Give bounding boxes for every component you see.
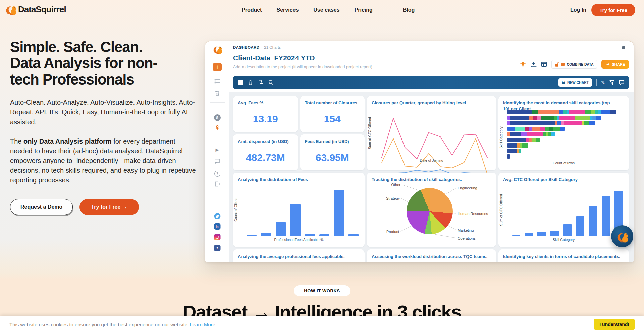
kpi-card: Amt. dispensed (in USD)482.73M bbox=[233, 134, 298, 171]
dashboard-toolbar: NEW CHART ✎ bbox=[233, 76, 629, 89]
select-all-icon bbox=[238, 80, 243, 85]
add-icon: + bbox=[213, 63, 222, 71]
stacked-bar-row bbox=[507, 127, 565, 131]
brand-name: DataSquirrel bbox=[18, 4, 66, 15]
export-report-icon bbox=[258, 80, 263, 86]
bar bbox=[525, 233, 533, 236]
bar bbox=[512, 235, 520, 236]
kpi-label: Fees Earned (in USD) bbox=[305, 138, 360, 145]
hero-heading-line3: tech Professionals bbox=[10, 71, 200, 88]
chart-title: Analyzing the distribution of Fees bbox=[238, 177, 360, 183]
stacked-bar-chart-card: Identifying the most in-demand skill cat… bbox=[498, 96, 629, 170]
sidebar-divider bbox=[210, 102, 225, 103]
hero-section: Simple. Safe. Clean. Data Analysis for n… bbox=[10, 39, 200, 215]
edit-pen-icon: ✎ bbox=[601, 80, 605, 85]
cookie-accept-button[interactable]: I understand! bbox=[594, 319, 635, 330]
search-icon bbox=[268, 80, 274, 85]
bar bbox=[319, 234, 329, 236]
project-description-placeholder: Add a description to the project (it wil… bbox=[233, 65, 372, 69]
try-for-free-hero-button[interactable]: Try for Free → bbox=[79, 199, 139, 215]
table-view-icon bbox=[541, 61, 547, 67]
nav-link-use-cases[interactable]: Use cases bbox=[313, 7, 339, 13]
rocket-icon bbox=[214, 124, 220, 131]
chart-title: Closures per Quarter, grouped by Hiring … bbox=[372, 100, 491, 106]
y-axis-label: Skill Category bbox=[499, 127, 503, 149]
pie-label: Other bbox=[391, 183, 400, 187]
kpi-value: 13.19 bbox=[233, 113, 298, 125]
partial-chart-card: Assessing the workload distribution acro… bbox=[367, 249, 496, 262]
combine-data-button: COMBINE DATA bbox=[551, 60, 597, 69]
pie-chart-card: Tracking the distribution of skill categ… bbox=[367, 173, 496, 247]
stacked-bar-row bbox=[507, 132, 555, 136]
nav-link-blog[interactable]: Blog bbox=[403, 7, 415, 13]
nav-link-pricing[interactable]: Pricing bbox=[355, 7, 373, 13]
login-link[interactable]: Log In bbox=[570, 0, 586, 20]
how-it-works-pill: HOW IT WORKS bbox=[294, 285, 350, 296]
request-demo-button[interactable]: Request a Demo bbox=[10, 199, 73, 215]
x-axis-label: Count of rows bbox=[498, 161, 629, 165]
help-icon: ? bbox=[214, 171, 220, 177]
bar bbox=[261, 233, 271, 236]
y-axis-label: Count of Client bbox=[234, 198, 238, 221]
chart-title: Identifying key clients in terms of cand… bbox=[503, 254, 624, 260]
pie-circle bbox=[407, 188, 453, 234]
play-icon: ▶ bbox=[216, 147, 219, 152]
kpi-card: Avg. Fees %13.19 bbox=[233, 96, 298, 132]
hero-heading-line2: Data Analysis for non- bbox=[10, 55, 200, 71]
y-axis-label: Sum of CTC Offered bbox=[499, 194, 503, 226]
line-chart-card: Closures per Quarter, grouped by Hiring … bbox=[367, 96, 496, 170]
kpi-grid: Avg. Fees %13.19Total number of Closures… bbox=[233, 96, 365, 170]
stacked-bar-row bbox=[507, 116, 601, 120]
pie-label: Strategy bbox=[386, 196, 400, 200]
dashboard-content: Avg. Fees %13.19Total number of Closures… bbox=[229, 92, 634, 262]
download-icon bbox=[531, 61, 537, 67]
bar bbox=[537, 232, 546, 236]
bar bbox=[550, 231, 559, 236]
new-chart-icon bbox=[562, 81, 565, 84]
bar bbox=[563, 224, 572, 236]
x-axis-label: Professional Fees Applicable % bbox=[233, 238, 365, 242]
instagram-icon bbox=[214, 234, 220, 240]
hero-paragraph-1: Auto-Clean. Auto-Analyze. Auto-Visualize… bbox=[10, 98, 200, 127]
hero-buttons: Request a Demo Try for Free → bbox=[10, 199, 200, 215]
pie-label: Marketing bbox=[458, 228, 474, 232]
toolbar-divider bbox=[596, 79, 597, 86]
stacked-bar-row bbox=[507, 121, 595, 125]
pie-label: Operations bbox=[458, 236, 476, 240]
try-for-free-nav-button[interactable]: Try for Free bbox=[591, 4, 635, 16]
nav-links: Product Services Use cases Pricing Blog bbox=[241, 0, 415, 20]
x-axis-label: Skill Category bbox=[498, 238, 629, 242]
bars bbox=[247, 189, 359, 236]
cookie-banner: This website uses cookies to ensure you … bbox=[0, 316, 644, 333]
cookie-text: This website uses cookies to ensure you … bbox=[9, 322, 187, 327]
chart-title: Avg. CTC Offered per Skill Category bbox=[503, 177, 624, 183]
share-button: SHARE bbox=[601, 60, 629, 69]
y-axis-label: Sum of CTC Offered bbox=[368, 117, 372, 149]
toolbar-trash-icon bbox=[248, 80, 253, 85]
cookie-learn-more-link[interactable]: Learn More bbox=[190, 322, 215, 327]
kpi-label: Total number of Closures bbox=[305, 100, 360, 106]
nav-link-product[interactable]: Product bbox=[241, 7, 262, 13]
kpi-label: Amt. dispensed (in USD) bbox=[238, 138, 293, 145]
x-axis-label: Date of Joining bbox=[367, 158, 496, 162]
brand-logo[interactable]: DataSquirrel bbox=[5, 3, 66, 15]
stacked-bar-row bbox=[507, 154, 510, 159]
chart-title: Assessing the workload distribution acro… bbox=[372, 254, 491, 260]
bar bbox=[334, 190, 344, 236]
twitter-icon bbox=[214, 213, 220, 219]
dashboard-label: DASHBOARD bbox=[233, 45, 259, 49]
bars bbox=[512, 189, 623, 236]
chart-list-icon bbox=[214, 79, 220, 84]
pie-label: Product bbox=[386, 230, 399, 234]
dashboard-main: DASHBOARD 21 Charts Client-Data_FY2024 Y… bbox=[229, 41, 634, 262]
stacked-bars bbox=[507, 110, 625, 160]
top-nav: DataSquirrel Product Services Use cases … bbox=[0, 0, 644, 20]
bar bbox=[348, 234, 359, 236]
insights-lightbulb-icon bbox=[520, 61, 526, 68]
kpi-label: Avg. Fees % bbox=[238, 100, 293, 106]
chart-title: Analyzing the average professional fees … bbox=[238, 254, 360, 260]
nav-link-services[interactable]: Services bbox=[276, 7, 299, 13]
unlock-icon bbox=[555, 62, 559, 67]
trash-icon bbox=[215, 90, 220, 96]
share-arrow-icon bbox=[605, 62, 610, 66]
